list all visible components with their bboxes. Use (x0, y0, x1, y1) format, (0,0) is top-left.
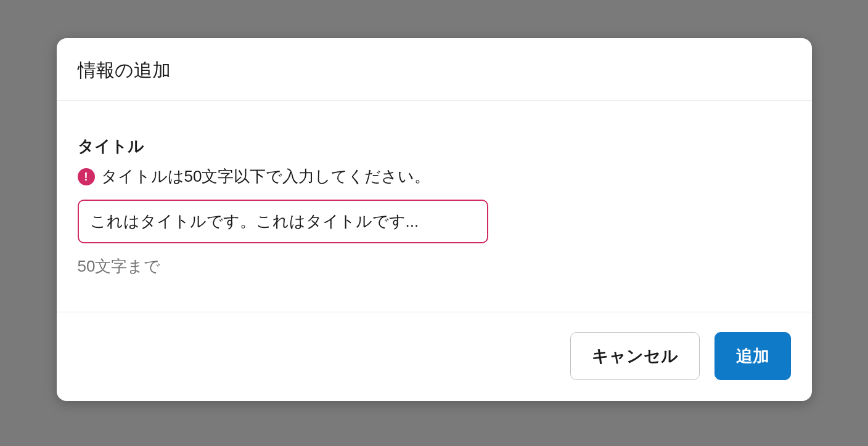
validation-error-row: ! タイトルは50文字以下で入力してください。 (78, 166, 791, 187)
cancel-button[interactable]: キャンセル (570, 332, 700, 380)
add-button[interactable]: 追加 (714, 332, 791, 380)
title-field-label: タイトル (78, 136, 791, 157)
dialog-footer: キャンセル 追加 (57, 312, 812, 401)
dialog-body: タイトル ! タイトルは50文字以下で入力してください。 50文字まで (57, 101, 812, 312)
validation-error-message: タイトルは50文字以下で入力してください。 (101, 166, 431, 187)
dialog-header: 情報の追加 (57, 38, 812, 101)
error-icon: ! (78, 168, 95, 185)
dialog-title: 情報の追加 (78, 58, 791, 83)
title-helper-text: 50文字まで (78, 256, 791, 277)
add-info-dialog: 情報の追加 タイトル ! タイトルは50文字以下で入力してください。 50文字ま… (57, 38, 812, 401)
title-input[interactable] (78, 200, 488, 243)
